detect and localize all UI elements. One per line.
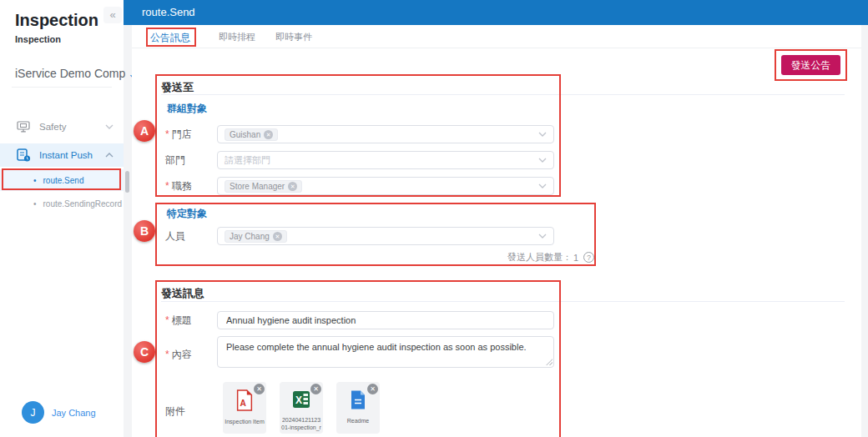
required-mark: * [165,128,169,140]
field-label-job-title: *職務 [165,177,215,195]
remove-tag-icon[interactable]: ✕ [264,130,273,139]
close-icon[interactable]: ✕ [367,384,378,394]
avatar[interactable]: J [22,401,44,424]
send-announcement-button[interactable]: 發送公告 [781,55,840,75]
job-title-select[interactable]: Store Manager ✕ [217,177,554,195]
field-label-department: 部門 [165,151,215,169]
required-mark: * [165,349,169,360]
svg-text:A: A [240,399,246,408]
sidebar-scrollbar-track [124,0,132,437]
excel-file-icon: X [292,389,310,413]
tag-label: Store Manager [230,182,285,191]
sidebar-item-route-sendingrecord[interactable]: • route.SendingRecord [0,193,124,214]
attachment-name: 20240412112301-inspection_report_lis... [280,416,323,432]
svg-text:X: X [295,394,302,406]
sidebar-item-route-send[interactable]: • route.Send [0,169,124,191]
department-select[interactable]: 請選擇部門 [217,151,554,169]
bullet-icon: • [33,199,37,208]
chevron-down-icon [538,158,547,163]
required-mark: * [165,180,169,192]
message-content-wrap: Please complete the annual hygiene audit… [217,336,554,368]
chevron-down-icon [538,183,547,188]
monitor-icon [17,121,32,133]
section-title-send-message: 發送訊息 [161,286,204,301]
recipient-count-row: 發送人員數量：1 ? [217,251,594,264]
company-name: iService Demo Comp [15,67,125,80]
attachment-name: Readme [346,417,371,424]
attachment-card-doc[interactable]: ✕ Readme [336,382,380,434]
push-document-clock-icon [17,148,32,162]
attachment-card-excel[interactable]: ✕ X 20240412112301-inspection_report_lis… [280,382,323,434]
required-mark: * [165,314,169,326]
field-label-title: *標題 [165,311,215,329]
sidebar-scrollbar-thumb[interactable] [125,171,129,193]
annotation-badge-b: B [134,220,155,242]
sidebar-item-instant-push[interactable]: Instant Push [0,143,124,167]
selected-tag: Jay Chang ✕ [225,230,287,243]
chevron-down-icon [538,234,547,239]
select-placeholder: 請選擇部門 [225,154,270,167]
attachment-card-pdf[interactable]: ✕ A Inspection Item [223,382,266,434]
document-file-icon [350,389,366,414]
recipient-count-value: 1 [573,253,578,263]
sidebar-collapse-icon[interactable]: « [103,7,122,23]
store-select[interactable]: Guishan ✕ [217,125,554,143]
tab-instant-event[interactable]: 即時事件 [275,31,312,43]
tab-instant-schedule[interactable]: 即時排程 [219,31,255,43]
tag-label: Jay Chang [230,232,270,241]
recipient-count-label: 發送人員數量： [507,251,572,264]
annotation-badge-c: C [134,341,155,363]
sidebar-subitem-label: route.SendingRecord [43,199,123,208]
tag-label: Guishan [230,130,260,139]
page-header-bar: route.Send [124,0,868,25]
chevron-down-icon [105,124,114,129]
selected-tag: Store Manager ✕ [225,180,302,193]
message-title-input[interactable] [217,311,554,329]
sidebar: « Inspection Inspection iService Demo Co… [0,0,124,437]
app-title: Inspection [15,11,98,30]
close-icon[interactable]: ✕ [254,384,265,394]
help-icon[interactable]: ? [583,252,594,263]
user-name[interactable]: Jay Chang [52,408,96,418]
sidebar-item-label: Safety [39,122,67,132]
tab-bar: 公告訊息 即時排程 即時事件 [132,25,861,48]
company-selector[interactable]: iService Demo Comp⌄ [15,67,137,80]
main-content: 發送公告 發送至 群組對象 *門店 Guishan ✕ 部門 請選擇部門 [132,48,861,437]
chevron-up-icon [105,153,114,158]
close-icon[interactable]: ✕ [310,384,321,394]
sidebar-subitem-label: route.Send [43,176,84,185]
person-select[interactable]: Jay Chang ✕ [217,227,554,245]
field-label-store: *門店 [165,125,215,143]
attachment-name: Inspection Item [223,418,265,425]
app-subtitle: Inspection [15,34,61,44]
tab-announcement-message[interactable]: 公告訊息 [150,31,190,45]
pdf-file-icon: A [235,389,254,414]
main-scrollbar-track [861,25,868,437]
chevron-down-icon [538,132,547,137]
sidebar-item-safety[interactable]: Safety [0,115,124,138]
divider [12,87,112,88]
divider [161,301,845,302]
field-label-content: *內容 [165,345,215,364]
annotation-badge-a: A [134,120,155,142]
subtitle-specific-target: 特定對象 [167,207,207,221]
selected-tag: Guishan ✕ [225,128,278,141]
app-window: « Inspection Inspection iService Demo Co… [0,0,868,437]
section-title-send-to: 發送至 [161,80,194,95]
remove-tag-icon[interactable]: ✕ [288,182,297,191]
page-title: route.Send [142,0,195,25]
field-label-person: 人員 [165,227,215,245]
field-label-attachment: 附件 [165,402,215,420]
bullet-icon: • [33,176,37,185]
message-content-textarea[interactable]: Please complete the annual hygiene audit… [217,336,554,368]
subtitle-group-target: 群組對象 [167,102,207,116]
remove-tag-icon[interactable]: ✕ [273,232,282,241]
sidebar-item-label: Instant Push [39,150,93,160]
divider [161,94,845,95]
